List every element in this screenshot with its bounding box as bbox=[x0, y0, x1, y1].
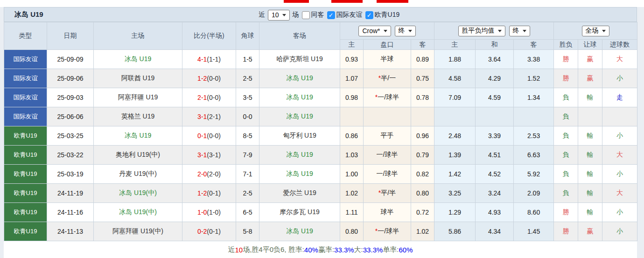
euro-draw-odds: 4.51 bbox=[476, 146, 514, 165]
asian-home-odds: 0.93 bbox=[340, 50, 364, 69]
asian-away-odds: 1.02 bbox=[411, 222, 434, 241]
euro-final-select[interactable]: 终 bbox=[509, 26, 530, 36]
score: 1-2(0-1) bbox=[182, 184, 236, 203]
sub-header-asian-away: 客 bbox=[411, 40, 434, 50]
euro-home-odds: 1.42 bbox=[434, 165, 476, 184]
score: 0-1(0-0) bbox=[182, 126, 236, 146]
euro-draw-odds: 3.64 bbox=[476, 50, 514, 69]
top-tab-indicator bbox=[284, 0, 309, 3]
match-type: 欧青U19 bbox=[4, 165, 47, 184]
recent-count-select[interactable]: 10 bbox=[268, 10, 290, 21]
same-away-label: 同客 bbox=[311, 11, 324, 19]
result-handicap: 輸 bbox=[578, 165, 602, 184]
result-handicap bbox=[578, 107, 602, 126]
euro-away-odds: 2.09 bbox=[514, 184, 554, 203]
home-team: 奥地利 U19(中) bbox=[94, 146, 182, 165]
home-team: 阿联酋 U19 bbox=[94, 69, 182, 88]
home-team: 冰岛 U19 bbox=[94, 50, 182, 69]
euro-draw-odds: 4.34 bbox=[476, 222, 514, 241]
result-goals: 小 bbox=[602, 222, 637, 241]
asian-away-odds: 0.78 bbox=[411, 88, 434, 107]
asian-home-odds: 1.11 bbox=[340, 203, 364, 222]
euro-away-odds: 1.52 bbox=[514, 69, 554, 88]
col-header-corner: 角球 bbox=[236, 22, 259, 50]
chevron-down-icon bbox=[523, 30, 526, 32]
euro-u19-checkbox[interactable]: ✓ bbox=[365, 11, 373, 19]
asian-home-odds: 1.02 bbox=[340, 184, 364, 203]
score: 2-1(0-0) bbox=[182, 88, 236, 107]
col-header-type: 类型 bbox=[4, 22, 47, 50]
result-winloss: 勝 bbox=[554, 50, 578, 69]
corner-score: 5-8 bbox=[236, 222, 259, 241]
summary-segment: 40% bbox=[304, 246, 318, 254]
asian-away-odds: 0.72 bbox=[411, 203, 434, 222]
euro-u19-label: 欧青U19 bbox=[375, 11, 400, 19]
euro-away-odds: 1.34 bbox=[514, 88, 554, 107]
asian-away-odds: 0.96 bbox=[411, 126, 434, 146]
asian-home-odds: 0.80 bbox=[340, 222, 364, 241]
summary-segment: 大: bbox=[354, 245, 363, 254]
result-winloss: 勝 bbox=[554, 222, 578, 241]
match-type: 欧青U19 bbox=[4, 126, 47, 146]
score: 1-2(0-0) bbox=[182, 69, 236, 88]
asian-odds-group-header: Crow* 终 bbox=[340, 22, 434, 40]
euro-away-odds: 6.63 bbox=[514, 146, 554, 165]
same-away-checkbox[interactable] bbox=[302, 11, 310, 19]
match-type: 国际友谊 bbox=[4, 107, 47, 126]
same-away-filter[interactable]: 同客 bbox=[302, 11, 324, 19]
match-type: 欧青U19 bbox=[4, 184, 47, 203]
euro-draw-odds: 4.29 bbox=[476, 69, 514, 88]
summary-segment: 10 bbox=[235, 246, 243, 254]
bookmaker-select[interactable]: Crow* bbox=[358, 26, 391, 36]
full-match-select[interactable]: 全场 bbox=[582, 26, 609, 36]
asian-final-select[interactable]: 终 bbox=[395, 26, 416, 36]
euro-odds-select[interactable]: 胜平负均值 bbox=[458, 26, 505, 36]
match-date: 24-11-16 bbox=[47, 203, 94, 222]
result-winloss: 負 bbox=[554, 88, 578, 107]
score: 3-1(3-1) bbox=[182, 146, 236, 165]
asian-home-odds: 1.03 bbox=[340, 146, 364, 165]
asian-home-odds: 0.86 bbox=[340, 126, 364, 146]
sub-header-handicap-result: 让球 bbox=[578, 40, 602, 50]
asian-home-odds: 1.07 bbox=[340, 69, 364, 88]
summary-segment: 赢率: bbox=[318, 245, 334, 254]
corner-score: 1-5 bbox=[236, 50, 259, 69]
euro-away-odds: 8.60 bbox=[514, 203, 554, 222]
euro-odds-group-header: 胜平负均值 终 bbox=[434, 22, 554, 40]
col-header-score: 比分(半场) bbox=[182, 22, 236, 50]
home-team: 冰岛 U19(中) bbox=[94, 203, 182, 222]
result-goals: 小 bbox=[602, 69, 637, 88]
chevron-down-icon bbox=[602, 30, 606, 32]
summary-line: 近10场,胜4平0负6, 胜率:40% 赢率:33.3% 大:33.3% 单率:… bbox=[4, 241, 637, 258]
match-date: 25-06-06 bbox=[47, 107, 94, 126]
asian-away-odds bbox=[411, 107, 434, 126]
result-goals: 大 bbox=[602, 184, 637, 203]
result-winloss: 負 bbox=[554, 126, 578, 146]
euro-home-odds bbox=[434, 107, 476, 126]
summary-segment: 60% bbox=[399, 246, 413, 254]
euro-draw-odds: 4.93 bbox=[476, 203, 514, 222]
summary-segment: 场,胜4平0负6, 胜率: bbox=[243, 245, 304, 254]
euro-draw-odds bbox=[476, 107, 514, 126]
friendly-filter[interactable]: ✓ 国际友谊 bbox=[327, 11, 363, 19]
euro-u19-filter[interactable]: ✓ 欧青U19 bbox=[365, 11, 400, 19]
result-goals: 大 bbox=[602, 50, 637, 69]
match-history-table: 类型 日期 主场 比分(半场) 角球 客场 Crow* 终 bbox=[4, 22, 637, 241]
match-type: 欧青U19 bbox=[4, 222, 47, 241]
asian-away-odds: 0.75 bbox=[411, 69, 434, 88]
top-tab-indicator bbox=[331, 0, 363, 3]
result-winloss: 負 bbox=[554, 184, 578, 203]
asian-handicap: *平/半 bbox=[364, 184, 411, 203]
sub-header-asian-home: 主 bbox=[340, 40, 364, 50]
match-row: 欧青U1924-11-13阿塞拜疆 U19(中)0-2(0-1)5-8冰岛 U1… bbox=[4, 222, 637, 241]
home-team: 英格兰 U19 bbox=[94, 107, 182, 126]
euro-away-odds: 5.92 bbox=[514, 165, 554, 184]
match-row: 欧青U1925-03-22奥地利 U19(中)3-1(3-1)7-9冰岛 U19… bbox=[4, 146, 637, 165]
friendly-checkbox[interactable]: ✓ bbox=[327, 11, 335, 19]
panel-header: 冰岛 U19 近 10 场 同客 ✓ 国际友谊 ✓ 欧青U19 bbox=[4, 7, 637, 22]
match-date: 24-11-13 bbox=[47, 222, 94, 241]
home-team: 冰岛 U19 bbox=[94, 126, 182, 146]
sub-header-winloss: 胜负 bbox=[554, 40, 578, 50]
euro-home-odds: 1.29 bbox=[434, 203, 476, 222]
match-date: 25-03-25 bbox=[47, 126, 94, 146]
